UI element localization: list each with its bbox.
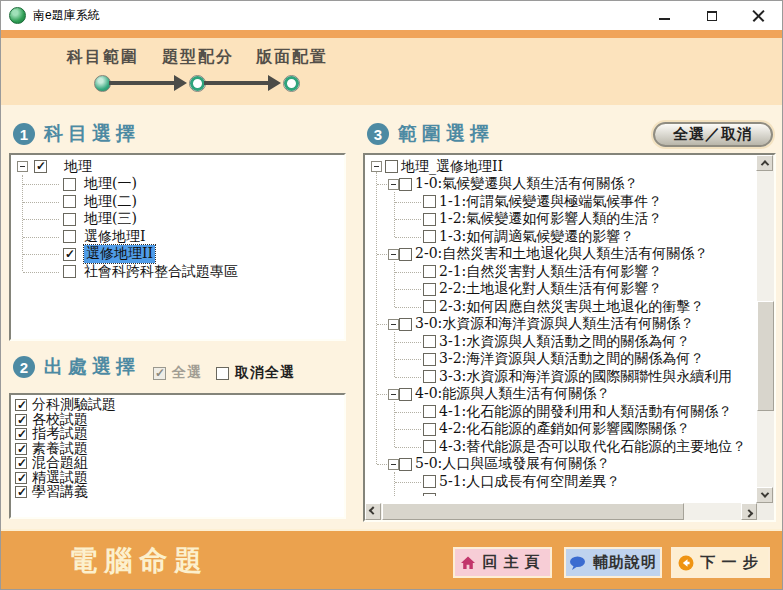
scope-root-checkbox[interactable] bbox=[385, 160, 398, 173]
house-icon bbox=[460, 555, 476, 571]
scrollbar-corner bbox=[757, 503, 774, 520]
scope-checkbox[interactable] bbox=[423, 353, 436, 366]
scope-label[interactable]: 5-0:人口與區域發展有何關係？ bbox=[415, 455, 610, 473]
scope-checkbox[interactable] bbox=[423, 493, 436, 496]
scope-checkbox[interactable] bbox=[423, 300, 436, 313]
scope-label[interactable]: 4-0:能源與人類生活有何關係？ bbox=[415, 385, 610, 403]
scope-checkbox[interactable] bbox=[399, 318, 412, 331]
scope-checkbox[interactable] bbox=[423, 230, 436, 243]
tree-row: 選修地理I bbox=[11, 228, 344, 246]
scope-label[interactable]: 1-2:氣候變遷如何影響人類的生活？ bbox=[439, 210, 662, 228]
subject-label[interactable]: 地理(三) bbox=[84, 210, 137, 228]
scope-label[interactable]: 3-0:水資源和海洋資源與人類生活有何關係？ bbox=[415, 315, 694, 333]
next-step-button[interactable]: 下一步 bbox=[671, 547, 770, 578]
tree-row: 1-3:如何調適氣候變遷的影響？ bbox=[365, 228, 757, 246]
maximize-icon bbox=[707, 11, 717, 21]
subject-checkbox[interactable] bbox=[63, 213, 76, 226]
scope-label[interactable]: 2-2:土地退化對人類生活有何影響？ bbox=[439, 280, 662, 298]
source-checkbox[interactable] bbox=[15, 428, 27, 440]
scroll-up-button[interactable] bbox=[756, 155, 773, 171]
tree-row: 1-2:氣候變遷如何影響人類的生活？ bbox=[365, 211, 757, 229]
subject-label[interactable]: 地理(二) bbox=[84, 193, 137, 211]
subject-label-selected[interactable]: 選修地理II bbox=[84, 245, 155, 263]
scope-checkbox[interactable] bbox=[423, 405, 436, 418]
scope-checkbox[interactable] bbox=[423, 195, 436, 208]
scope-vertical-scrollbar[interactable] bbox=[757, 155, 774, 503]
scope-checkbox[interactable] bbox=[423, 440, 436, 453]
select-all-toggle-button[interactable]: 全選／取消 bbox=[653, 122, 773, 147]
scope-checkbox[interactable] bbox=[399, 248, 412, 261]
scope-checkbox[interactable] bbox=[399, 388, 412, 401]
scope-root-label[interactable]: 地理_選修地理II bbox=[401, 158, 503, 176]
collapse-icon[interactable] bbox=[388, 459, 399, 470]
scope-label[interactable]: 3-3:水資源和海洋資源的國際關聯性與永續利用 bbox=[439, 368, 732, 386]
tree-row: 1-0:氣候變遷與人類生活有何關係？ bbox=[365, 176, 757, 194]
subject-checkbox[interactable] bbox=[63, 230, 76, 243]
collapse-icon[interactable] bbox=[388, 319, 399, 330]
scope-label[interactable]: 2-3:如何因應自然災害與土地退化的衝擊？ bbox=[439, 298, 704, 316]
collapse-icon[interactable] bbox=[388, 389, 399, 400]
subject-root-label[interactable]: 地理 bbox=[64, 158, 92, 176]
tree-row: 2-1:自然災害對人類生活有何影響？ bbox=[365, 263, 757, 281]
next-button-label: 下一步 bbox=[701, 553, 764, 572]
scroll-left-button[interactable] bbox=[365, 503, 381, 520]
scope-label[interactable]: 2-0:自然災害和土地退化與人類生活有何關係？ bbox=[415, 245, 708, 263]
source-checkbox[interactable] bbox=[15, 457, 27, 469]
source-checkbox[interactable] bbox=[15, 443, 27, 455]
collapse-icon[interactable] bbox=[17, 161, 28, 172]
scope-checkbox[interactable] bbox=[399, 178, 412, 191]
subject-label[interactable]: 社會科跨科整合試題專區 bbox=[84, 263, 238, 281]
minimize-button[interactable] bbox=[641, 1, 688, 30]
scope-horizontal-scrollbar[interactable] bbox=[365, 503, 757, 520]
source-label[interactable]: 學習講義 bbox=[32, 483, 88, 501]
source-checkbox[interactable] bbox=[15, 472, 27, 484]
select-all-checkbox[interactable] bbox=[153, 367, 166, 380]
scope-label[interactable]: 5-1:人口成長有何空間差異？ bbox=[439, 473, 620, 491]
vertical-scroll-thumb[interactable] bbox=[757, 301, 774, 411]
scope-checkbox[interactable] bbox=[423, 335, 436, 348]
collapse-icon[interactable] bbox=[388, 249, 399, 260]
subject-checkbox[interactable] bbox=[63, 178, 76, 191]
scope-checkbox[interactable] bbox=[423, 423, 436, 436]
subject-label[interactable]: 選修地理I bbox=[84, 228, 146, 246]
source-checkbox[interactable] bbox=[15, 399, 27, 411]
scope-checkbox[interactable] bbox=[423, 283, 436, 296]
subject-section-header: 1 科目選擇 bbox=[13, 121, 140, 147]
home-button[interactable]: 回主頁 bbox=[453, 547, 552, 578]
scope-checkbox[interactable] bbox=[423, 213, 436, 226]
close-button[interactable] bbox=[735, 1, 782, 30]
scope-checkbox[interactable] bbox=[423, 265, 436, 278]
select-all-label: 全選 bbox=[172, 364, 202, 382]
scope-label[interactable]: 4-1:化石能源的開發利用和人類活動有何關係？ bbox=[439, 403, 732, 421]
scroll-down-button[interactable] bbox=[756, 487, 773, 503]
collapse-icon[interactable] bbox=[388, 179, 399, 190]
subject-checkbox-selected[interactable] bbox=[63, 248, 76, 261]
maximize-button[interactable] bbox=[688, 1, 735, 30]
scroll-right-button[interactable] bbox=[741, 503, 757, 520]
scope-label[interactable]: 3-2:海洋資源與人類活動之間的關係為何？ bbox=[439, 350, 704, 368]
tree-row: 3-1:水資源與人類活動之間的關係為何？ bbox=[365, 333, 757, 351]
scope-label[interactable]: 3-1:水資源與人類活動之間的關係為何？ bbox=[439, 333, 690, 351]
source-checkbox[interactable] bbox=[15, 486, 27, 498]
scope-label[interactable]: 4-3:替代能源是否可以取代化石能源的主要地位？ bbox=[439, 438, 746, 456]
section-title: 出處選擇 bbox=[44, 354, 140, 380]
subject-checkbox[interactable] bbox=[63, 265, 76, 278]
collapse-icon[interactable] bbox=[371, 161, 382, 172]
scope-label[interactable]: 1-0:氣候變遷與人類生活有何關係？ bbox=[415, 175, 638, 193]
horizontal-scroll-thumb[interactable] bbox=[382, 503, 684, 520]
scope-label[interactable]: 4-2:化石能源的產銷如何影響國際關係？ bbox=[439, 420, 690, 438]
help-button[interactable]: 輔助說明 bbox=[564, 547, 662, 578]
source-checkbox[interactable] bbox=[15, 414, 27, 426]
scope-checkbox[interactable] bbox=[399, 458, 412, 471]
subject-label[interactable]: 地理(一) bbox=[84, 175, 137, 193]
subject-checkbox[interactable] bbox=[63, 195, 76, 208]
subject-root-checkbox[interactable] bbox=[34, 160, 47, 173]
scope-checkbox[interactable] bbox=[423, 475, 436, 488]
scope-label[interactable]: 1-3:如何調適氣候變遷的影響？ bbox=[439, 228, 634, 246]
source-section-header: 2 出處選擇 bbox=[13, 354, 140, 380]
scope-label[interactable]: 2-1:自然災害對人類生活有何影響？ bbox=[439, 263, 662, 281]
deselect-all-checkbox[interactable] bbox=[216, 367, 229, 380]
scope-checkbox[interactable] bbox=[423, 370, 436, 383]
tree-row: 2-2:土地退化對人類生活有何影響？ bbox=[365, 281, 757, 299]
scope-label[interactable]: 1-1:何謂氣候變遷與極端氣候事件？ bbox=[439, 193, 662, 211]
